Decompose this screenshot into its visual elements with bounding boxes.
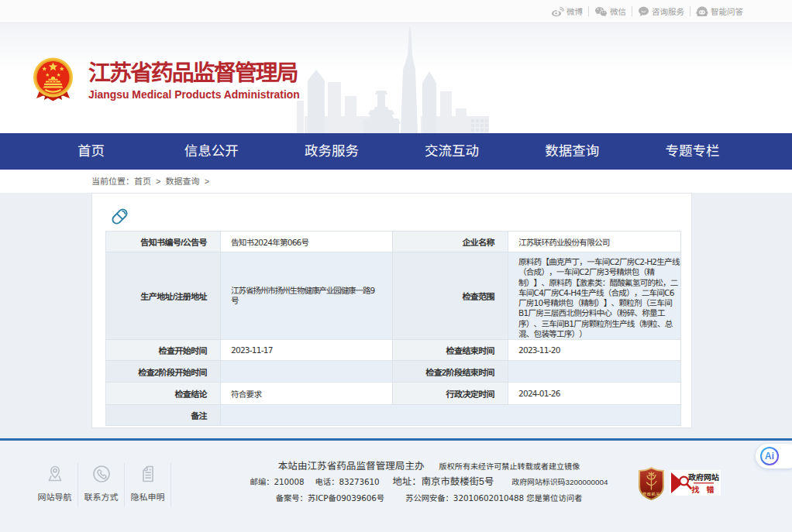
wechat-icon [594, 6, 608, 17]
party-gov-badge[interactable]: 党政机关 [638, 466, 665, 501]
table-row: 检查开始时间 2023-11-17 检查结束时间 2023-11-20 [106, 340, 681, 361]
topbar-weibo[interactable]: 微博 [551, 5, 583, 17]
topbar-qa-label: 智能问答 [711, 5, 743, 17]
party-badge-label: 党政机关 [642, 492, 660, 496]
row5-value1: 符合要求 [221, 383, 393, 405]
ai-assistant-button[interactable]: Ai [756, 444, 792, 469]
footer-link-privacy-label: 隐私申明 [125, 490, 170, 503]
topbar: 微博 微信 咨询服务 智能问答 [0, 0, 792, 23]
privacy-doc-icon [138, 464, 158, 484]
footer-link-contact-label: 联系方式 [78, 490, 124, 503]
row2-value2: 原料药【曲克芦丁，一车间C2厂房C2-H2生产线（合成），一车间C2厂房3号精烘… [508, 252, 681, 340]
row3-label1: 检查开始时间 [106, 340, 221, 361]
table-row: 备注 [106, 405, 681, 426]
row4-value1 [221, 361, 393, 383]
topbar-separator [632, 6, 632, 16]
footer-security-text: 苏公网安备：32010602010488 您是第位访问者 [405, 493, 582, 503]
table-row: 告知书编号/公告号 告知书2024年第066号 企业名称 江苏联环药业股份有限公… [106, 232, 681, 252]
row6-label1: 备注 [106, 405, 221, 426]
nav-item-home[interactable]: 首页 [31, 133, 151, 170]
row1-label1: 告知书编号/公告号 [106, 232, 221, 252]
jiucuo-badge-line2: 找 错 [692, 486, 717, 494]
row1-label2: 企业名称 [393, 232, 508, 252]
nav-item-interact[interactable]: 交流互动 [392, 133, 512, 170]
row4-label2: 检查2阶段结束时间 [393, 361, 508, 383]
row2-label1: 生产地址/注册地址 [106, 252, 221, 340]
row3-label2: 检查结束时间 [393, 340, 508, 361]
consult-chat-icon [638, 6, 649, 17]
ai-icon: Ai [760, 447, 779, 465]
footer-site-id-text: 政府网站标识码3200000004 [511, 478, 608, 486]
footer-line2: 邮编：210008电话：83273610地址：南京市鼓楼街5号政府网站标识码32… [171, 474, 687, 489]
topbar-consult-label: 咨询服务 [652, 5, 684, 17]
row5-label2: 行政决定时间 [393, 383, 508, 405]
inspection-scope-text: 原料药【曲克芦丁，一车间C2厂房C2-H2生产线（合成），一车间C2厂房3号精烘… [518, 252, 681, 339]
site-header: 江苏省药品监督管理局 Jiangsu Medical Products Admi… [0, 23, 792, 133]
footer-icp-text: 备案号：苏ICP备09039606号 [276, 493, 384, 503]
footer-info: 本站由江苏省药品监督管理局主办版权所有未经许可禁止转载或者建立镜像 邮编：210… [171, 458, 687, 506]
footer-link-privacy[interactable]: 隐私申明 [125, 463, 171, 507]
map-pin-icon [45, 464, 65, 484]
topbar-consult[interactable]: 咨询服务 [638, 5, 684, 17]
table-row: 检查2阶段开始时间 检查2阶段结束时间 [106, 361, 681, 383]
topbar-qa[interactable]: 智能问答 [696, 5, 743, 17]
topbar-separator [690, 6, 690, 16]
footer-line3: 备案号：苏ICP备09039606号苏公网安备：32010602010488 您… [171, 490, 687, 506]
row4-label1: 检查2阶段开始时间 [106, 361, 221, 383]
breadcrumb-section-link[interactable]: 数据查询 [166, 177, 200, 186]
row2-value1: 江苏省扬州市扬州生物健康产业园健康一路9号 [221, 252, 393, 340]
footer-link-sitemap[interactable]: 网站导航 [32, 463, 78, 507]
ai-label: Ai [765, 451, 774, 462]
footer-postcode-text: 邮编：210008 [250, 477, 305, 486]
footer-link-sitemap-label: 网站导航 [32, 490, 77, 503]
capsule-icon [109, 206, 130, 227]
nav-item-topics[interactable]: 专题专栏 [632, 133, 752, 170]
inspection-detail-table: 告知书编号/公告号 告知书2024年第066号 企业名称 江苏联环药业股份有限公… [105, 231, 681, 426]
row4-value2 [508, 361, 681, 383]
address-text: 江苏省扬州市扬州生物健康产业园健康一路9号 [231, 286, 381, 307]
row5-value2: 2024-01-26 [508, 383, 681, 405]
breadcrumb-separator: > [205, 177, 209, 186]
table-row: 检查结论 符合要求 行政决定时间 2024-01-26 [106, 383, 681, 405]
footer-line1: 本站由江苏省药品监督管理局主办版权所有未经许可禁止转载或者建立镜像 [171, 458, 687, 474]
weibo-icon [551, 6, 564, 17]
breadcrumb-separator: > [156, 177, 160, 186]
topbar-wechat[interactable]: 微信 [594, 5, 626, 17]
main-area: 告知书编号/公告号 告知书2024年第066号 企业名称 江苏联环药业股份有限公… [0, 193, 792, 438]
topbar-separator [588, 6, 589, 16]
row1-value1: 告知书2024年第066号 [221, 232, 393, 252]
footer-copyright-text: 版权所有未经许可禁止转载或者建立镜像 [439, 462, 580, 471]
topbar-weibo-label: 微博 [566, 5, 583, 17]
row3-value1: 2023-11-17 [221, 340, 393, 361]
row3-value2: 2023-11-20 [508, 340, 681, 361]
nav-item-services[interactable]: 政务服务 [271, 133, 391, 170]
site-title-en: Jiangsu Medical Products Administration [88, 88, 300, 101]
footer-link-contact[interactable]: 联系方式 [78, 463, 125, 507]
national-emblem-logo [33, 57, 74, 102]
skyline-decoration [297, 25, 491, 133]
topbar-wechat-label: 微信 [610, 5, 626, 17]
breadcrumb-bar: 当前位置：首页 > 数据查询 > [0, 170, 792, 193]
nav-item-info[interactable]: 信息公开 [151, 133, 271, 170]
footer-phone-text: 电话：83273610 [315, 477, 380, 486]
main-nav: 首页 信息公开 政务服务 交流互动 数据查询 专题专栏 [0, 133, 792, 170]
row2-label2: 检查范围 [393, 252, 508, 340]
row5-label1: 检查结论 [106, 383, 221, 405]
row6-value1 [221, 405, 681, 426]
breadcrumb: 当前位置：首页 > 数据查询 > [0, 170, 792, 194]
robot-qa-icon [696, 6, 708, 17]
footer-address-text: 地址：南京市鼓楼街5号 [393, 476, 494, 487]
site-title-cn: 江苏省药品监督管理局 [88, 58, 300, 88]
nav-item-data-query[interactable]: 数据查询 [512, 133, 632, 170]
jiucuo-badge-line1: 政府网站 [688, 473, 719, 482]
breadcrumb-prefix: 当前位置： [91, 177, 134, 186]
footer: 网站导航 联系方式 隐私申明 本站由江苏省药品监督管理局主办版权所有未经许可禁止… [0, 438, 792, 532]
breadcrumb-home-link[interactable]: 首页 [134, 177, 151, 186]
content-box: 告知书编号/公告号 告知书2024年第066号 企业名称 江苏联环药业股份有限公… [91, 193, 692, 428]
row1-value2: 江苏联环药业股份有限公司 [508, 232, 681, 252]
footer-host-text: 本站由江苏省药品监督管理局主办 [278, 461, 425, 472]
phone-icon [91, 464, 112, 484]
gov-site-error-report-badge[interactable]: 政府网站 找 错 [670, 470, 721, 496]
table-row: 生产地址/注册地址 江苏省扬州市扬州生物健康产业园健康一路9号 检查范围 原料药… [106, 252, 681, 340]
